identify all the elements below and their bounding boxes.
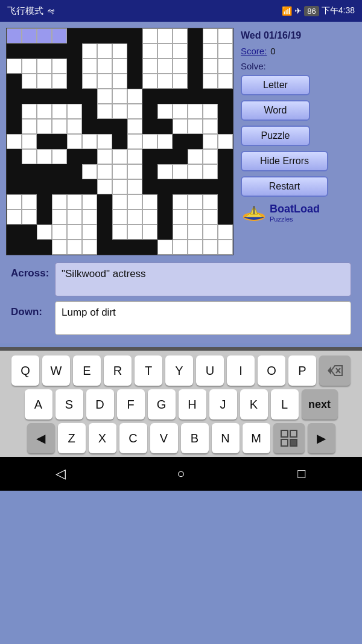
cell-2-2[interactable] xyxy=(37,59,52,74)
cell-7-9[interactable] xyxy=(142,134,157,149)
cell-14-6[interactable] xyxy=(97,240,112,255)
cell-2-0[interactable] xyxy=(7,59,22,74)
cell-9-5[interactable] xyxy=(82,164,97,179)
cell-10-3[interactable] xyxy=(52,179,67,194)
cell-4-3[interactable] xyxy=(52,89,67,104)
cell-6-11[interactable] xyxy=(173,119,188,134)
cell-8-12[interactable] xyxy=(188,149,203,164)
cell-3-0[interactable] xyxy=(7,74,22,89)
cell-11-6[interactable] xyxy=(97,194,112,209)
cell-10-7[interactable] xyxy=(112,179,127,194)
cell-9-11[interactable] xyxy=(173,164,188,179)
cell-12-11[interactable] xyxy=(173,209,188,225)
cell-9-1[interactable] xyxy=(22,164,37,179)
cell-7-14[interactable] xyxy=(218,134,233,149)
cell-11-3[interactable] xyxy=(52,194,67,209)
hide-errors-button[interactable]: Hide Errors xyxy=(241,151,328,171)
cell-3-11[interactable] xyxy=(173,74,188,89)
cell-8-11[interactable] xyxy=(173,149,188,164)
cell-10-0[interactable] xyxy=(7,179,22,194)
key-a[interactable]: A xyxy=(25,389,52,419)
key-v[interactable]: V xyxy=(150,423,178,453)
key-b[interactable]: B xyxy=(181,423,209,453)
key-k[interactable]: K xyxy=(240,389,268,419)
cell-7-1[interactable] xyxy=(22,134,37,149)
cell-14-5[interactable] xyxy=(82,240,97,255)
cell-5-10[interactable] xyxy=(157,104,173,119)
cell-1-0[interactable] xyxy=(7,43,22,59)
cell-3-13[interactable] xyxy=(203,74,218,89)
cell-11-5[interactable] xyxy=(82,194,97,209)
cell-8-10[interactable] xyxy=(157,149,173,164)
key-j[interactable]: J xyxy=(209,389,237,419)
cell-0-2[interactable] xyxy=(37,28,52,43)
cell-1-2[interactable] xyxy=(37,43,52,59)
cell-12-0[interactable] xyxy=(7,209,22,225)
cell-14-3[interactable] xyxy=(52,240,67,255)
cell-6-13[interactable] xyxy=(203,119,218,134)
cell-9-7[interactable] xyxy=(112,164,127,179)
cell-11-12[interactable] xyxy=(188,194,203,209)
cell-2-1[interactable] xyxy=(22,59,37,74)
cell-6-5[interactable] xyxy=(82,119,97,134)
cell-10-8[interactable] xyxy=(127,179,142,194)
cell-10-2[interactable] xyxy=(37,179,52,194)
cell-5-4[interactable] xyxy=(67,104,82,119)
cell-8-3[interactable] xyxy=(52,149,67,164)
cell-6-10[interactable] xyxy=(157,119,173,134)
cell-5-1[interactable] xyxy=(22,104,37,119)
cell-8-8[interactable] xyxy=(127,149,142,164)
cell-3-10[interactable] xyxy=(157,74,173,89)
right-arrow-key[interactable]: ▶ xyxy=(308,423,335,453)
cell-2-5[interactable] xyxy=(82,59,97,74)
key-s[interactable]: S xyxy=(56,389,83,419)
key-n[interactable]: N xyxy=(212,423,240,453)
cell-8-0[interactable] xyxy=(7,149,22,164)
cell-1-14[interactable] xyxy=(218,43,233,59)
cell-7-12[interactable] xyxy=(188,134,203,149)
cell-12-12[interactable] xyxy=(188,209,203,225)
cell-10-13[interactable] xyxy=(203,179,218,194)
nav-back[interactable]: ◁ xyxy=(45,459,75,489)
cell-12-8[interactable] xyxy=(127,209,142,225)
cell-8-2[interactable] xyxy=(37,149,52,164)
cell-14-9[interactable] xyxy=(142,240,157,255)
cell-13-6[interactable] xyxy=(97,225,112,240)
cell-5-6[interactable] xyxy=(97,104,112,119)
key-z[interactable]: Z xyxy=(58,423,86,453)
cell-6-9[interactable] xyxy=(142,119,157,134)
cell-4-1[interactable] xyxy=(22,89,37,104)
cell-0-13[interactable] xyxy=(203,28,218,43)
score-link[interactable]: Score: xyxy=(241,46,267,56)
cell-14-0[interactable] xyxy=(7,240,22,255)
cell-11-1[interactable] xyxy=(22,194,37,209)
cell-4-13[interactable] xyxy=(203,89,218,104)
cell-13-7[interactable] xyxy=(112,225,127,240)
cell-1-7[interactable] xyxy=(112,43,127,59)
cell-13-10[interactable] xyxy=(157,225,173,240)
cell-0-1[interactable] xyxy=(22,28,37,43)
cell-9-0[interactable] xyxy=(7,164,22,179)
cell-5-14[interactable] xyxy=(218,104,233,119)
cell-10-5[interactable] xyxy=(82,179,97,194)
cell-4-8[interactable] xyxy=(127,89,142,104)
cell-9-9[interactable] xyxy=(142,164,157,179)
cell-2-6[interactable] xyxy=(97,59,112,74)
cell-6-2[interactable] xyxy=(37,119,52,134)
cell-12-3[interactable] xyxy=(52,209,67,225)
cell-6-1[interactable] xyxy=(22,119,37,134)
cell-11-11[interactable] xyxy=(173,194,188,209)
cell-11-8[interactable] xyxy=(127,194,142,209)
cell-3-5[interactable] xyxy=(82,74,97,89)
cell-4-2[interactable] xyxy=(37,89,52,104)
cell-12-9[interactable] xyxy=(142,209,157,225)
cell-13-12[interactable] xyxy=(188,225,203,240)
cell-3-1[interactable] xyxy=(22,74,37,89)
cell-9-13[interactable] xyxy=(203,164,218,179)
cell-12-13[interactable] xyxy=(203,209,218,225)
grid-toggle-key[interactable] xyxy=(273,423,305,453)
cell-5-7[interactable] xyxy=(112,104,127,119)
cell-13-0[interactable] xyxy=(7,225,22,240)
cell-4-9[interactable] xyxy=(142,89,157,104)
cell-6-14[interactable] xyxy=(218,119,233,134)
